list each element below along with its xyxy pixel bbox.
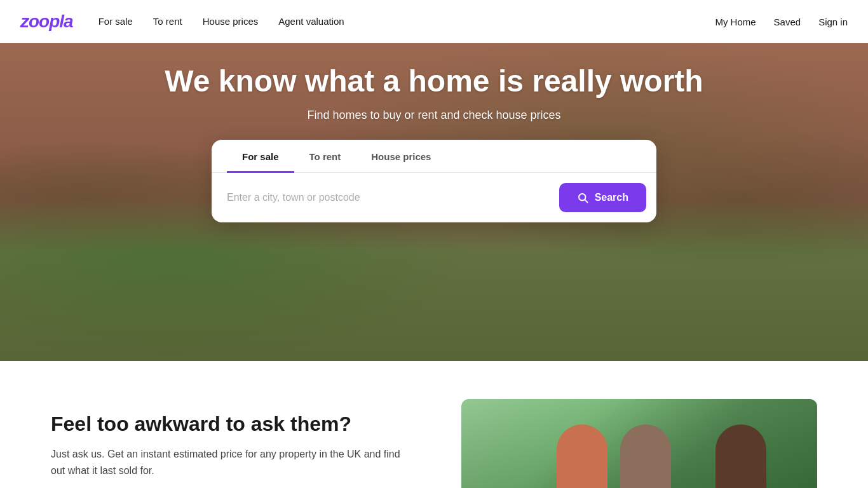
below-right-image: [461, 399, 817, 488]
hero-title: We know what a home is really worth: [165, 64, 703, 98]
nav-link-for-sale[interactable]: For sale: [98, 16, 133, 27]
tab-to-rent[interactable]: To rent: [294, 140, 356, 173]
zoopla-logo[interactable]: zoopla: [20, 11, 73, 32]
tab-house-prices[interactable]: House prices: [356, 140, 446, 173]
nav-links-list: For sale To rent House prices Agent valu…: [98, 16, 344, 27]
hero-section: We know what a home is really worth Find…: [0, 0, 868, 361]
person-silhouette-3: [715, 424, 766, 488]
header-left: zoopla For sale To rent House prices Age…: [20, 11, 344, 32]
nav-item-house-prices[interactable]: House prices: [203, 16, 259, 27]
sign-in-link[interactable]: Sign in: [818, 17, 848, 27]
main-nav: For sale To rent House prices Agent valu…: [98, 16, 344, 27]
search-input[interactable]: [227, 192, 552, 203]
search-tabs: For sale To rent House prices: [212, 140, 656, 173]
nav-item-to-rent[interactable]: To rent: [153, 16, 182, 27]
nav-link-house-prices[interactable]: House prices: [203, 16, 259, 27]
my-home-link[interactable]: My Home: [715, 17, 756, 27]
hero-content: We know what a home is really worth Find…: [0, 0, 868, 361]
below-description: Just ask us. Get an instant estimated pr…: [51, 446, 410, 478]
header-right: My Home Saved Sign in: [715, 17, 848, 27]
saved-link[interactable]: Saved: [774, 17, 801, 27]
below-title: Feel too awkward to ask them?: [51, 412, 410, 436]
nav-link-agent-valuation[interactable]: Agent valuation: [278, 16, 344, 27]
person-silhouette-2: [620, 424, 671, 488]
search-input-row: Search: [212, 173, 656, 222]
search-button-label: Search: [595, 192, 628, 203]
main-header: zoopla For sale To rent House prices Age…: [0, 0, 868, 43]
nav-link-to-rent[interactable]: To rent: [153, 16, 182, 27]
nav-item-agent-valuation[interactable]: Agent valuation: [278, 16, 344, 27]
tab-for-sale[interactable]: For sale: [227, 140, 294, 173]
below-fold-section: Feel too awkward to ask them? Just ask u…: [0, 361, 868, 488]
below-left: Feel too awkward to ask them? Just ask u…: [51, 399, 410, 479]
nav-item-for-sale[interactable]: For sale: [98, 16, 133, 27]
search-icon: [577, 192, 588, 203]
search-button[interactable]: Search: [559, 183, 646, 212]
person-silhouette-1: [557, 424, 607, 488]
hero-subtitle: Find homes to buy or rent and check hous…: [307, 109, 560, 122]
search-box: For sale To rent House prices Search: [212, 140, 656, 222]
svg-line-1: [585, 200, 587, 203]
